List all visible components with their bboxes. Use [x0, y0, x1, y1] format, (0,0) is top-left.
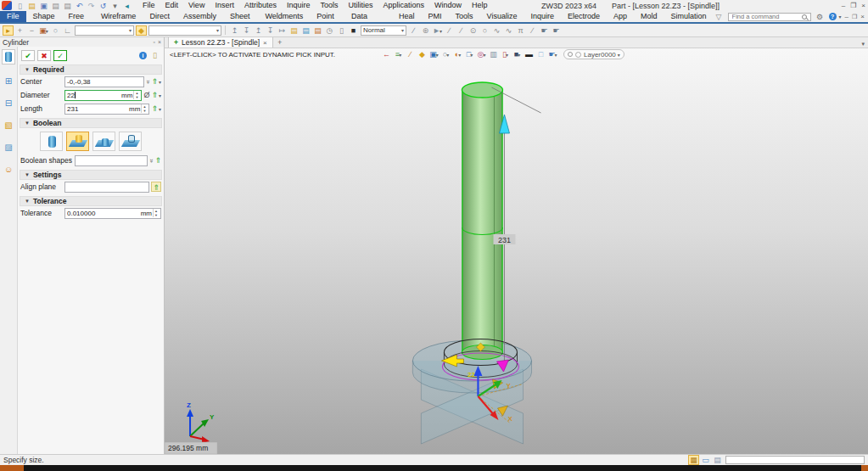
dynamic-input-icon[interactable]: ▸ [3, 25, 14, 36]
redo-icon[interactable]: ↷ [86, 1, 97, 11]
output-dropdown-icon[interactable]: ▾ [159, 93, 161, 98]
hand-drag-icon[interactable]: ☛ [551, 25, 562, 36]
ribbon-tab[interactable]: Direct Edit [143, 11, 176, 22]
tab-overflow-icon[interactable]: ▾ [861, 41, 868, 48]
output-arrow-icon[interactable]: ⇑ [151, 91, 158, 99]
menu-item[interactable]: Attributes [240, 0, 281, 11]
wireframe-cube-icon[interactable]: ○▾ [440, 49, 451, 59]
role-manager-icon[interactable]: ☺ [3, 165, 14, 175]
output-arrow-icon[interactable]: ⇑ [151, 77, 158, 86]
circle-snap-icon[interactable]: ○ [50, 25, 61, 36]
undo-icon[interactable]: ↶ [74, 1, 85, 11]
section-view-icon[interactable]: ▥ [488, 49, 499, 59]
doc-restore-button[interactable]: ❐ [852, 14, 857, 20]
ribbon-tab[interactable]: Visualize [480, 11, 524, 22]
minimize-ribbon-icon[interactable]: ▽ [714, 12, 725, 22]
material-swatch-icon[interactable]: ■ [348, 25, 359, 36]
black-bar-icon[interactable]: ▬ [524, 49, 535, 59]
note-icon[interactable]: ▯ [336, 25, 347, 36]
diameter-input[interactable]: 22 mm ▲▼ [64, 90, 142, 101]
ribbon-tab[interactable]: App [607, 11, 634, 22]
solid-manager-icon[interactable]: ▧ [3, 121, 14, 131]
output-arrow-icon[interactable]: ⇑ [151, 104, 158, 113]
qat-collapse-icon[interactable]: ◂ [121, 1, 132, 11]
boolean-intersect-icon[interactable] [119, 132, 142, 151]
doc-info-icon[interactable]: ▤ [712, 455, 723, 465]
menu-item[interactable]: Applications [379, 0, 429, 11]
filter-combo[interactable]: ▾ [148, 25, 221, 36]
line-icon[interactable]: ∕ [444, 25, 455, 36]
hand-select-icon[interactable]: ☛ [539, 25, 550, 36]
snap-frame-icon[interactable]: ▣▾ [38, 25, 49, 36]
circle-point-icon[interactable]: ⊙ [468, 25, 479, 36]
diameter-symbol-icon[interactable]: Ø [143, 91, 149, 99]
minimize-button[interactable]: – [842, 2, 845, 9]
play-icon[interactable]: ►▾ [432, 25, 443, 36]
find-command-input[interactable] [731, 12, 802, 21]
output-arrow-icon[interactable]: ⇑ [154, 156, 161, 165]
ok-button[interactable]: ✔ [21, 50, 35, 61]
boolean-section-header[interactable]: ▼ Boolean [20, 118, 162, 128]
shaded-display-icon[interactable]: ◆ [417, 49, 428, 59]
line3-icon[interactable]: ∕ [527, 25, 538, 36]
menu-item[interactable]: Insert [210, 0, 238, 11]
ribbon-tab[interactable]: Electrode [561, 11, 607, 22]
ribbon-tab[interactable]: File [0, 11, 26, 22]
boolean-add-icon[interactable] [66, 132, 89, 151]
tolerance-section-header[interactable]: ▼ Tolerance [20, 196, 162, 206]
plot-icon[interactable]: ▤ [62, 1, 73, 11]
save-icon[interactable]: ▣ [38, 1, 49, 11]
settings-section-header[interactable]: ▼ Settings [20, 170, 162, 180]
folder-orange-icon[interactable]: ▤ [312, 25, 323, 36]
status-input[interactable] [725, 456, 865, 464]
menu-item[interactable]: Edit [161, 0, 183, 11]
spline-icon[interactable]: ∿ [503, 25, 514, 36]
regen-icon[interactable]: ↺ [98, 1, 109, 11]
monitor-icon[interactable]: ▭ [700, 455, 711, 465]
gear-icon[interactable]: ⚙ [815, 12, 826, 22]
cylinder-preview[interactable] [462, 82, 502, 360]
add-entity-icon[interactable]: + [14, 25, 25, 36]
stamp-icon[interactable]: ⊛ [420, 25, 431, 36]
visual-manager-icon[interactable]: ▨ [3, 143, 14, 153]
required-section-header[interactable]: ▼ Required [20, 64, 162, 75]
doc-close-button[interactable]: × [860, 13, 865, 20]
align-top-icon[interactable]: ↥ [229, 25, 240, 36]
center-input[interactable]: -0,-0,38 [64, 76, 144, 87]
circle-icon[interactable]: ○ [479, 25, 490, 36]
tolerance-input[interactable]: 0.010000 mm ▲▼ [64, 208, 161, 219]
length-spinner[interactable]: ▲▼ [141, 104, 147, 113]
folder-gold-icon[interactable]: ▤ [288, 25, 300, 36]
ribbon-tab[interactable]: Weldments [258, 11, 310, 22]
cancel-button[interactable]: ✖ [37, 50, 51, 61]
remove-entity-icon[interactable]: − [26, 25, 37, 36]
exit-icon[interactable]: ← [381, 49, 392, 59]
menu-item[interactable]: File [138, 0, 160, 11]
document-tab[interactable]: + Lesson 22.Z3 - [Spindle] × [168, 37, 273, 48]
page-icon[interactable]: ▯ [149, 50, 160, 60]
align-pick-icon[interactable]: ⇑ [151, 182, 161, 192]
track-combo[interactable]: ▾ [75, 25, 134, 36]
info-icon[interactable]: i [139, 52, 147, 59]
ribbon-tab[interactable]: Shape [26, 11, 62, 22]
qat-dropdown-icon[interactable]: ▾ [109, 1, 120, 11]
diameter-spinner[interactable]: ▲▼ [133, 91, 139, 99]
ribbon-tab[interactable]: Tools [449, 11, 480, 22]
menu-item[interactable]: Inquire [283, 0, 315, 11]
restore-button[interactable]: ❐ [850, 2, 856, 9]
line2-icon[interactable]: ∕ [456, 25, 467, 36]
layer-combo[interactable]: Layer0000 ▾ [563, 49, 624, 59]
ribbon-tab[interactable]: Mold [634, 11, 664, 22]
ribbon-tab[interactable]: Inquire [524, 11, 561, 22]
ribbon-tab[interactable]: Point Cloud [310, 11, 344, 22]
shadow-cube-icon[interactable]: ■▾ [512, 49, 523, 59]
menu-item[interactable]: Help [468, 0, 492, 11]
rotate-view-icon[interactable]: ☛▾ [547, 49, 558, 59]
entity-filter-icon[interactable]: ≡▾ [393, 49, 404, 59]
apply-button[interactable]: ✓ [53, 50, 67, 61]
align-bottom-icon[interactable]: ↧ [241, 25, 252, 36]
help-icon[interactable]: ? [829, 13, 837, 20]
folder-blue-icon[interactable]: ▤ [300, 25, 311, 36]
new-file-icon[interactable]: ▯ [14, 1, 25, 11]
align-center-icon[interactable]: ↦ [277, 25, 288, 36]
